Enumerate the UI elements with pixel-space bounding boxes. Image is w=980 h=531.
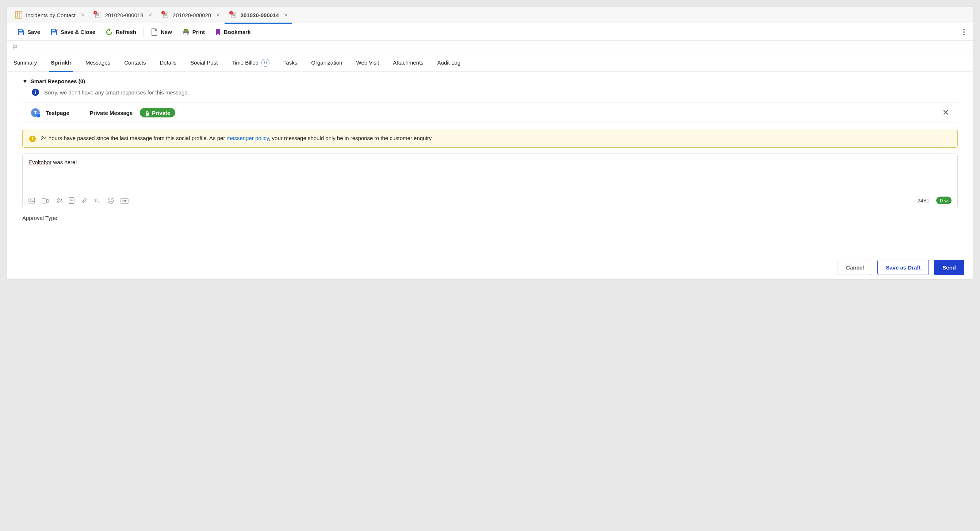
tab-201020-000020[interactable]: ! 201020-000020 × xyxy=(157,7,224,23)
tab-label: 201020-000020 xyxy=(173,12,211,18)
print-button[interactable]: Print xyxy=(177,23,210,41)
refresh-button[interactable]: Refresh xyxy=(100,23,141,41)
message-composer: Evoltobor was here! 文A GIF 2481 0 xyxy=(22,154,958,208)
tab-close-icon[interactable]: × xyxy=(216,11,220,19)
subtab-details[interactable]: Details xyxy=(158,54,178,71)
subtab-time-billed[interactable]: Time Billed0 xyxy=(230,54,271,71)
subtab-label: Social Post xyxy=(190,59,218,66)
svg-text:文: 文 xyxy=(94,199,97,203)
svg-text:A: A xyxy=(97,200,100,204)
cancel-button[interactable]: Cancel xyxy=(838,260,872,275)
save-button[interactable]: Save xyxy=(12,23,45,41)
info-icon: i xyxy=(32,89,39,96)
toolbar-separator xyxy=(143,27,144,37)
tab-close-icon[interactable]: × xyxy=(81,11,85,19)
svg-point-45 xyxy=(110,200,110,200)
svg-text:!: ! xyxy=(95,12,95,14)
message-textarea[interactable]: Evoltobor was here! xyxy=(23,154,957,193)
tab-incidents-by-contact[interactable]: Incidents by Contact × xyxy=(11,7,89,23)
svg-rect-23 xyxy=(19,30,22,32)
bookmark-icon xyxy=(215,28,221,35)
subtab-web-visit[interactable]: Web Visit xyxy=(355,54,380,71)
svg-rect-25 xyxy=(52,30,55,32)
tab-label: 201020-000018 xyxy=(105,12,143,18)
subtab-summary[interactable]: Summary xyxy=(12,54,38,71)
tab-label: Incidents by Contact xyxy=(26,12,76,18)
subtab-contacts[interactable]: Contacts xyxy=(123,54,147,71)
svg-point-46 xyxy=(111,200,112,200)
avatar: T xyxy=(31,108,40,117)
svg-rect-0 xyxy=(15,12,22,18)
send-button[interactable]: Send xyxy=(934,260,964,275)
subtab-label: Organization xyxy=(311,59,342,66)
close-icon[interactable]: ✕ xyxy=(942,108,949,117)
chevron-down-icon xyxy=(944,197,948,203)
subtab-tasks[interactable]: Tasks xyxy=(282,54,299,71)
subtab-messages[interactable]: Messages xyxy=(84,54,112,71)
svg-point-33 xyxy=(963,34,965,35)
page-name: Testpage xyxy=(46,110,69,116)
note-icon[interactable] xyxy=(68,197,75,204)
emoji-icon[interactable] xyxy=(107,197,114,204)
translate-icon[interactable]: 文A xyxy=(94,197,101,203)
tab-label: 201020-000014 xyxy=(240,12,279,18)
bookmark-button[interactable]: Bookmark xyxy=(210,23,256,41)
subtab-label: Messages xyxy=(86,59,110,66)
video-icon[interactable] xyxy=(41,197,49,203)
smart-responses-header[interactable]: ▼ Smart Responses (0) xyxy=(14,71,966,87)
svg-point-31 xyxy=(963,29,965,30)
svg-text:!: ! xyxy=(231,12,231,14)
subtab-label: Details xyxy=(159,59,177,66)
attachment-count-pill[interactable]: 0 xyxy=(936,197,951,204)
subtab-organization[interactable]: Organization xyxy=(310,54,344,71)
smart-responses-empty: i Sorry, we don't have any smart respons… xyxy=(14,87,966,103)
flag-row xyxy=(7,41,973,54)
svg-point-36 xyxy=(30,200,32,201)
image-icon[interactable] xyxy=(29,197,35,204)
tab-201020-000018[interactable]: ! 201020-000018 × xyxy=(89,7,157,23)
gif-icon[interactable]: GIF xyxy=(121,197,129,203)
subtab-label: Web Visit xyxy=(356,59,379,66)
refresh-label: Refresh xyxy=(116,29,136,35)
tab-201020-000014[interactable]: ! 201020-000014 × xyxy=(224,7,293,23)
subtab-label: Sprinklr xyxy=(51,59,72,66)
svg-point-32 xyxy=(963,32,965,33)
tab-close-icon[interactable]: × xyxy=(284,11,288,19)
warning-text: 24 hours have passed since the last mess… xyxy=(41,134,433,142)
save-icon xyxy=(17,28,24,35)
time-billed-count: 0 xyxy=(261,59,269,67)
subtab-audit-log[interactable]: Audit Log xyxy=(436,54,462,71)
footer: Cancel Save as Draft Send xyxy=(7,255,973,279)
scroll-area[interactable]: ▼ Smart Responses (0) i Sorry, we don't … xyxy=(7,71,973,255)
svg-text:GIF: GIF xyxy=(123,200,127,203)
subtab-social-post[interactable]: Social Post xyxy=(189,54,219,71)
more-options-button[interactable] xyxy=(960,28,968,36)
document-alert-icon: ! xyxy=(161,11,169,19)
print-icon xyxy=(182,28,189,35)
message-type-label: Private Message xyxy=(90,110,133,116)
subtab-label: Attachments xyxy=(393,59,423,66)
save-draft-button[interactable]: Save as Draft xyxy=(877,260,929,275)
caret-down-icon: ▼ xyxy=(22,78,28,84)
subtab-attachments[interactable]: Attachments xyxy=(391,54,425,71)
svg-rect-34 xyxy=(146,113,149,116)
subtab-label: Time Billed xyxy=(231,59,259,66)
svg-rect-37 xyxy=(42,199,46,203)
svg-text:!: ! xyxy=(163,12,164,14)
lock-icon xyxy=(145,109,150,116)
save-close-label: Save & Close xyxy=(60,29,95,35)
page-header-row: T Testpage Private Message Private ✕ xyxy=(22,103,958,123)
subtab-sprinklr[interactable]: Sprinklr xyxy=(49,54,73,71)
approval-type-label: Approval Type xyxy=(22,215,958,221)
smart-responses-title: Smart Responses (0) xyxy=(31,78,85,84)
attachment-icon[interactable] xyxy=(56,197,62,204)
svg-point-44 xyxy=(108,198,113,203)
flag-icon[interactable] xyxy=(12,44,19,51)
new-button[interactable]: New xyxy=(146,23,177,41)
privacy-badge: Private xyxy=(140,108,175,117)
warning-banner: ! 24 hours have passed since the last me… xyxy=(22,129,958,148)
tab-close-icon[interactable]: × xyxy=(149,11,153,19)
save-close-button[interactable]: × Save & Close xyxy=(45,23,100,41)
messenger-policy-link[interactable]: messenger policy xyxy=(227,135,269,141)
link-icon[interactable] xyxy=(81,197,88,204)
